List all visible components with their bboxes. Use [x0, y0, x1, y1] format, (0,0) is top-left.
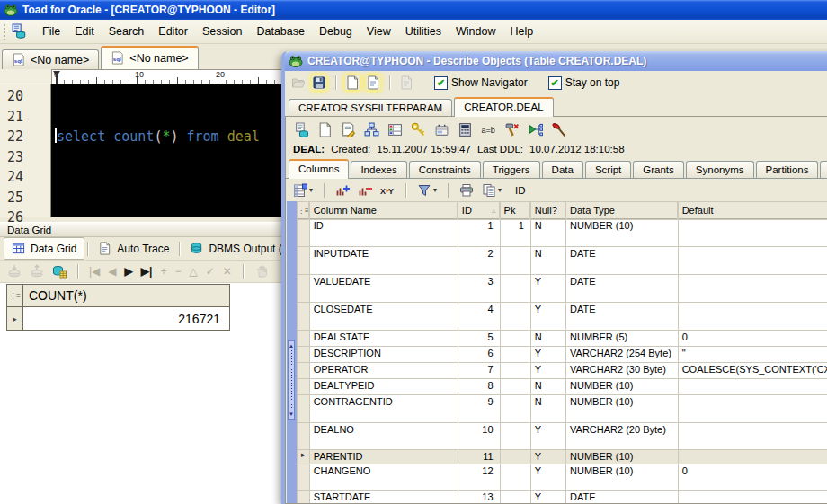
id-cell[interactable]: 12	[458, 464, 500, 491]
new-editor-icon[interactable]	[11, 23, 26, 40]
id-cell[interactable]: 7	[458, 363, 500, 379]
pk-cell[interactable]	[500, 363, 530, 379]
copy-grid-button[interactable]: ▾	[482, 183, 502, 198]
pk-cell[interactable]	[500, 247, 530, 275]
row-selector-cell[interactable]	[298, 395, 310, 423]
row-selector-cell[interactable]	[298, 363, 310, 379]
data-type-cell[interactable]: NUMBER (10)	[566, 395, 679, 423]
tab-triggers[interactable]: Triggers	[483, 161, 540, 178]
null-cell[interactable]: Y	[530, 303, 565, 331]
column-name-cell[interactable]: DEALNO	[309, 423, 458, 450]
null-cell[interactable]: Y	[530, 275, 565, 303]
data-type-cell[interactable]: NUMBER (10)	[566, 219, 679, 247]
result-row-selector[interactable]: ▸	[7, 307, 23, 331]
column-header-data-type[interactable]: Data Type	[566, 202, 679, 219]
row-selector-cell[interactable]	[298, 331, 310, 347]
id-cell[interactable]: 1	[458, 219, 500, 247]
row-selector-cell[interactable]	[298, 423, 310, 450]
tab-data[interactable]: Data	[542, 161, 583, 178]
count-rows-button[interactable]	[458, 122, 472, 137]
row-selector-cell[interactable]	[298, 303, 310, 331]
column-name-cell[interactable]: PARENTID	[309, 450, 458, 464]
show-navigator-checkbox[interactable]: ✔Show Navigator	[434, 76, 528, 90]
row-selector-cell[interactable]	[298, 247, 310, 275]
row-selector-cell[interactable]: ▸	[298, 450, 310, 464]
result-column-header[interactable]: COUNT(*)	[23, 285, 230, 307]
table-row[interactable]: DESCRIPTION6YVARCHAR2 (254 Byte)"	[298, 347, 827, 363]
copy-script-button[interactable]	[341, 122, 355, 137]
nav-next-button[interactable]: ▶	[125, 265, 133, 278]
default-cell[interactable]	[678, 247, 827, 275]
row-selector-cell[interactable]	[298, 464, 310, 491]
pk-cell[interactable]	[500, 331, 530, 347]
column-name-cell[interactable]: CONTRAGENTID	[309, 395, 458, 423]
tab-partitions[interactable]: Partitions	[756, 161, 819, 178]
hierarchy-button[interactable]	[364, 122, 378, 137]
bottom-tab-data-grid[interactable]: Data Grid	[4, 237, 84, 260]
null-cell[interactable]: Y	[530, 464, 565, 491]
table-row[interactable]: INPUTDATE2NDATE	[298, 247, 827, 275]
column-name-cell[interactable]: DESCRIPTION	[309, 347, 458, 363]
table-row[interactable]: DEALTYPEID8NNUMBER (10)	[298, 379, 827, 395]
menu-search[interactable]: Search	[102, 22, 152, 40]
id-cell[interactable]: 9	[458, 395, 500, 423]
menu-window[interactable]: Window	[449, 22, 502, 40]
pk-cell[interactable]	[500, 275, 530, 303]
menu-editor[interactable]: Editor	[151, 22, 195, 40]
id-cell[interactable]: 8	[458, 379, 500, 395]
table-row[interactable]: DEALNO10YVARCHAR2 (20 Byte)	[298, 423, 827, 450]
null-cell[interactable]: N	[530, 395, 565, 423]
null-cell[interactable]: Y	[530, 491, 565, 504]
column-name-cell[interactable]: VALUEDATE	[309, 275, 458, 303]
filter-button[interactable]: ▾	[417, 183, 437, 198]
create-script-button[interactable]	[317, 122, 332, 137]
id-cell[interactable]: 2	[458, 247, 500, 275]
pk-cell[interactable]	[500, 347, 530, 363]
column-order-button[interactable]	[387, 122, 402, 137]
id-cell[interactable]: 10	[458, 423, 500, 450]
menu-view[interactable]: View	[360, 22, 398, 40]
tab-columns[interactable]: Columns	[289, 159, 349, 179]
default-cell[interactable]: 0	[678, 464, 827, 491]
column-name-cell[interactable]: CHANGENO	[309, 464, 458, 491]
object-tab-creator-deal[interactable]: CREATOR.DEAL	[454, 97, 553, 117]
menu-file[interactable]: File	[35, 22, 67, 40]
id-cell[interactable]: 4	[458, 303, 500, 331]
row-selector-cell[interactable]	[298, 275, 310, 303]
default-cell[interactable]	[678, 395, 827, 423]
object-tab-creator-sysfilterparam[interactable]: CREATOR.SYSFILTERPARAM	[289, 99, 452, 116]
result-row[interactable]: ▸ 216721	[7, 307, 230, 331]
column-header-default[interactable]: Default	[678, 202, 827, 219]
menu-help[interactable]: Help	[502, 22, 540, 40]
copy-document-button[interactable]	[366, 75, 380, 90]
save-button[interactable]	[312, 75, 326, 90]
table-row[interactable]: CHANGENO12YNUMBER (10)0	[298, 464, 827, 491]
null-cell[interactable]: N	[530, 331, 565, 347]
default-cell[interactable]: "	[678, 347, 827, 363]
default-cell[interactable]	[678, 219, 827, 247]
data-type-cell[interactable]: NUMBER (5)	[566, 331, 679, 347]
data-type-cell[interactable]: DATE	[566, 303, 679, 331]
pk-cell[interactable]	[500, 491, 530, 504]
data-type-cell[interactable]: NUMBER (10)	[566, 450, 679, 464]
column-header-pk[interactable]: Pk	[500, 202, 530, 219]
editor-tab-1[interactable]: sql<No name>	[2, 49, 99, 69]
nav-last-button[interactable]: ▶|	[141, 265, 153, 278]
result-value-cell[interactable]: 216721	[23, 307, 230, 331]
default-cell[interactable]	[678, 423, 827, 450]
null-cell[interactable]: N	[530, 379, 565, 395]
row-selector-cell[interactable]	[298, 491, 310, 504]
default-cell[interactable]	[678, 275, 827, 303]
data-type-cell[interactable]: DATE	[566, 247, 679, 275]
menu-utilities[interactable]: Utilities	[398, 22, 449, 40]
toolbar-drag-handle[interactable]	[3, 23, 7, 40]
compare-button[interactable]: a=b	[481, 122, 495, 137]
tab-grants[interactable]: Grants	[633, 161, 684, 178]
default-cell[interactable]	[678, 303, 827, 331]
add-column-button[interactable]	[335, 183, 350, 198]
table-row[interactable]: DEALSTATE5NNUMBER (5)0	[298, 331, 827, 347]
pk-cell[interactable]	[500, 464, 530, 491]
tab-script[interactable]: Script	[585, 161, 631, 178]
tab-indexes[interactable]: Indexes	[351, 161, 406, 178]
main-window-titlebar[interactable]: Toad for Oracle - [CREATOR@TYPHOON - Edi…	[0, 0, 827, 20]
